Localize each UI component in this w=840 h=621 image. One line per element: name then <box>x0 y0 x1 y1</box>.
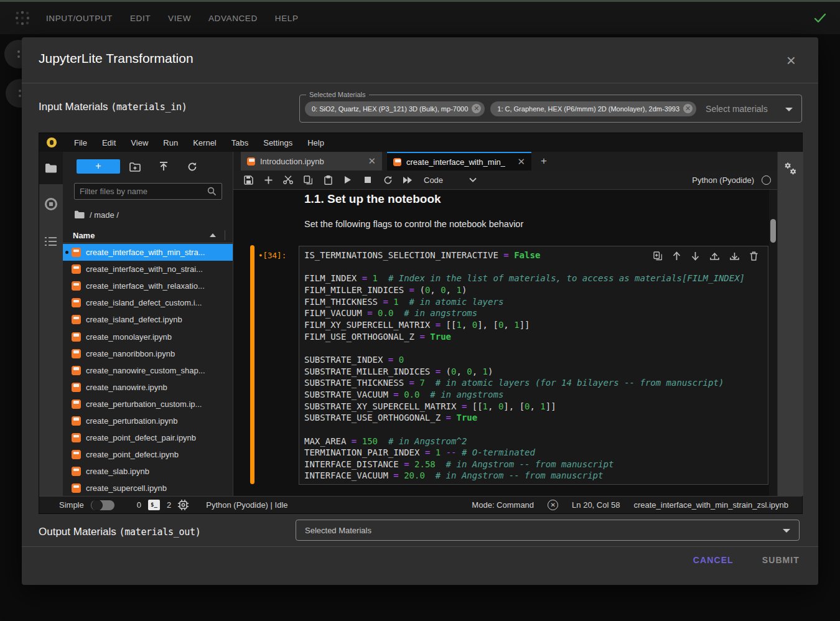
breadcrumb-path[interactable]: / made / <box>90 210 119 220</box>
add-tab-button[interactable]: + <box>536 154 551 169</box>
chip-delete-icon[interactable]: ✕ <box>683 104 693 113</box>
app-menu-view[interactable]: VIEW <box>168 14 191 23</box>
file-list-item[interactable]: create_slab.ipynb <box>63 463 233 480</box>
breadcrumb[interactable]: / made / <box>74 209 119 220</box>
cancel-button[interactable]: CANCEL <box>693 555 734 565</box>
new-folder-icon[interactable] <box>128 160 142 174</box>
file-name: create_perturbation.ipynb <box>86 416 177 426</box>
simple-mode-toggle[interactable] <box>91 500 114 510</box>
jupyter-menu-tabs[interactable]: Tabs <box>224 138 256 147</box>
kernel-chip-icon[interactable] <box>178 500 189 510</box>
submit-button[interactable]: SUBMIT <box>762 555 800 565</box>
upload-icon[interactable] <box>157 160 170 174</box>
jupyter-menu-view[interactable]: View <box>123 138 156 147</box>
cell-type-select[interactable]: Code <box>424 175 443 185</box>
file-list-item[interactable]: create_island_defect_custom.i... <box>63 294 233 311</box>
duplicate-icon[interactable] <box>653 251 662 261</box>
file-list-item[interactable]: create_point_defect_pair.ipynb <box>63 429 233 446</box>
notebook-tab[interactable]: Introduction.ipynb✕ <box>241 152 382 170</box>
name-column-header[interactable]: Name <box>73 231 210 240</box>
material-chip[interactable]: 0: SiO2, Quartz, HEX (P3_121) 3D (Bulk),… <box>305 101 485 116</box>
code-line: FILM_VACUUM = 0.0 # in angstroms <box>304 307 745 319</box>
kernel-name[interactable]: Python (Pyodide) <box>692 175 754 185</box>
input-materials-label: Input Materials (materials_in) <box>39 101 187 113</box>
cell-collapser[interactable] <box>250 245 254 484</box>
file-list-item[interactable]: create_interface_with_min_stra... <box>63 244 233 261</box>
trust-indicator-icon[interactable]: ✕ <box>548 500 558 510</box>
file-list-item[interactable]: create_perturbation_custom.ip... <box>63 396 233 413</box>
tab-bar: Introduction.ipynb✕create_interface_with… <box>233 152 777 170</box>
filter-files-input[interactable]: Filter files by name <box>74 183 222 200</box>
table-of-contents-icon[interactable] <box>44 234 58 249</box>
chevron-down-icon[interactable] <box>469 177 477 182</box>
file-list-item[interactable]: create_monolayer.ipynb <box>63 328 233 345</box>
chevron-down-icon[interactable] <box>785 108 793 111</box>
property-inspector-gears-icon[interactable] <box>784 162 798 175</box>
file-list-header[interactable]: Name <box>63 228 233 243</box>
run-icon[interactable] <box>338 174 358 186</box>
chip-delete-icon[interactable]: ✕ <box>472 104 481 113</box>
move-up-icon[interactable] <box>673 251 681 261</box>
dialog-close-icon[interactable]: × <box>786 52 796 68</box>
jupyter-menu-settings[interactable]: Settings <box>256 138 300 147</box>
code-line <box>304 261 745 273</box>
notebook-scrollbar[interactable] <box>769 190 777 496</box>
new-launcher-button[interactable]: + <box>77 159 120 174</box>
notebook-file-icon <box>72 281 81 291</box>
file-browser-icon[interactable] <box>44 161 58 175</box>
save-icon[interactable] <box>238 174 258 186</box>
kernel-status-icon[interactable] <box>762 175 771 185</box>
running-kernels-icon[interactable] <box>44 197 58 212</box>
insert-above-icon[interactable] <box>710 251 719 261</box>
file-list-item[interactable]: create_nanoribbon.ipynb <box>63 345 233 362</box>
add-icon[interactable] <box>258 174 278 186</box>
app-menu-edit[interactable]: EDIT <box>130 14 151 23</box>
code-cell-editor[interactable]: IS_TERMINATIONS_SELECTION_INTERACTIVE = … <box>299 246 768 485</box>
stop-icon[interactable] <box>358 174 378 186</box>
terminal-icon[interactable]: $_ <box>148 500 160 510</box>
restart-icon[interactable] <box>378 174 398 186</box>
move-down-icon[interactable] <box>691 251 699 261</box>
output-materials-select[interactable]: Selected Materials <box>296 520 800 541</box>
app-menu-input-output[interactable]: INPUT/OUTPUT <box>46 14 113 23</box>
file-list-item[interactable]: create_interface_with_relaxatio... <box>63 278 233 294</box>
jupyter-menu-edit[interactable]: Edit <box>95 138 123 147</box>
selected-materials-field[interactable]: Selected Materials 0: SiO2, Quartz, HEX … <box>299 95 802 123</box>
app-menu-help[interactable]: HELP <box>275 14 299 23</box>
notebook-tab[interactable]: create_interface_with_min_✕ <box>387 152 531 170</box>
command-mode-indicator[interactable]: Mode: Command <box>472 500 534 510</box>
file-list-item[interactable]: create_nanowire.ipynb <box>63 379 233 396</box>
cursor-position[interactable]: Ln 20, Col 58 <box>572 500 620 510</box>
file-list-item[interactable]: create_point_defect.ipynb <box>63 446 233 463</box>
code-text[interactable]: IS_TERMINATIONS_SELECTION_INTERACTIVE = … <box>304 250 745 482</box>
delete-icon[interactable] <box>750 251 758 261</box>
file-list-item[interactable]: create_supercell.ipynb <box>63 480 233 496</box>
tab-label: create_interface_with_min_ <box>406 157 505 167</box>
kernels-count[interactable]: 2 <box>167 500 171 510</box>
tab-close-icon[interactable]: ✕ <box>362 156 376 167</box>
jupyter-menu-kernel[interactable]: Kernel <box>185 138 224 147</box>
tab-close-icon[interactable]: ✕ <box>511 156 525 167</box>
material-chip[interactable]: 1: C, Graphene, HEX (P6/mmm) 2D (Monolay… <box>490 101 696 116</box>
jupyter-menu-run[interactable]: Run <box>156 138 185 147</box>
run-all-icon[interactable] <box>398 174 418 186</box>
file-open-dot <box>65 251 68 254</box>
app-menu-advanced[interactable]: ADVANCED <box>208 14 258 23</box>
terminals-count[interactable]: 0 <box>137 500 141 510</box>
file-list-item[interactable]: create_interface_with_no_strai... <box>63 261 233 278</box>
file-list-item[interactable]: create_perturbation.ipynb <box>63 413 233 429</box>
jupyter-menu-file[interactable]: File <box>67 138 95 147</box>
chevron-down-icon[interactable] <box>783 529 790 533</box>
file-name: create_interface_with_min_stra... <box>86 248 205 257</box>
cut-icon[interactable] <box>278 174 298 186</box>
jupyter-menu-help[interactable]: Help <box>300 138 332 147</box>
insert-below-icon[interactable] <box>730 251 739 261</box>
paste-icon[interactable] <box>318 174 338 186</box>
app-logo-icon[interactable] <box>14 9 31 27</box>
scrollbar-thumb[interactable] <box>770 219 776 243</box>
copy-icon[interactable] <box>298 174 318 186</box>
refresh-icon[interactable] <box>185 160 199 174</box>
file-list-item[interactable]: create_island_defect.ipynb <box>63 311 233 328</box>
kernel-status-text[interactable]: Python (Pyodide) | Idle <box>206 500 287 510</box>
file-list-item[interactable]: create_nanowire_custom_shap... <box>63 362 233 379</box>
